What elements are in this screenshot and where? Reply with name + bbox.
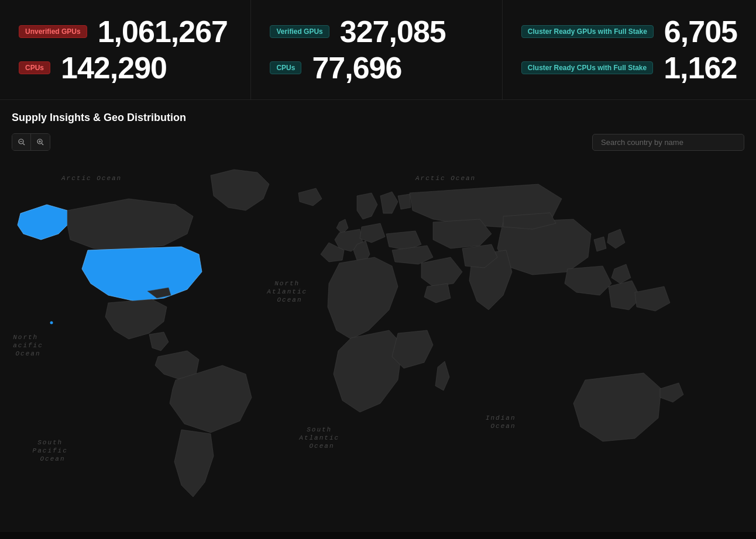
zoom-in-button[interactable] (31, 134, 50, 150)
cpu-row: CPUs 142,290 (19, 53, 232, 83)
country-search-input[interactable] (592, 134, 744, 151)
cluster-stats-card: Cluster Ready GPUs with Full Stake 6,705… (503, 0, 756, 99)
svg-line-6 (42, 144, 44, 146)
zoom-controls (12, 133, 50, 151)
world-map[interactable]: Arctic Ocean Arctic Ocean North Pacific … (12, 158, 744, 532)
hawaii-dot (50, 322, 53, 324)
zoom-in-icon (37, 139, 44, 146)
map-svg: Arctic Ocean Arctic Ocean North Pacific … (12, 158, 744, 532)
cluster-cpu-row: Cluster Ready CPUs with Full Stake 1,162 (521, 53, 737, 83)
cluster-cpus-value: 1,162 (664, 53, 737, 83)
unverified-gpus-value: 1,061,267 (98, 16, 228, 47)
map-title: Supply Insights & Geo Distribution (12, 112, 744, 124)
verified-cpu-row: CPUs 77,696 (270, 53, 483, 83)
cpus-value-1: 142,290 (61, 53, 167, 83)
zoom-out-button[interactable] (12, 134, 31, 150)
verified-gpu-row: Verified GPUs 327,085 (270, 16, 483, 47)
gpu-row: Unverified GPUs 1,061,267 (19, 16, 232, 47)
cpus-value-2: 77,696 (312, 53, 401, 83)
arctic-ocean-label-1: Arctic Ocean (61, 175, 122, 182)
cluster-cpus-badge: Cluster Ready CPUs with Full Stake (521, 61, 653, 74)
cluster-gpu-row: Cluster Ready GPUs with Full Stake 6,705 (521, 16, 737, 47)
verified-gpus-value: 327,085 (340, 16, 446, 47)
arctic-ocean-label-2: Arctic Ocean (415, 175, 476, 182)
cpus-badge-1: CPUs (19, 61, 50, 74)
cluster-gpus-value: 6,705 (664, 16, 737, 47)
svg-line-2 (23, 144, 25, 146)
unverified-stats-card: Unverified GPUs 1,061,267 CPUs 142,290 (0, 0, 250, 99)
verified-gpus-badge: Verified GPUs (270, 25, 329, 38)
verified-stats-card: Verified GPUs 327,085 CPUs 77,696 (251, 0, 501, 99)
zoom-out-icon (18, 139, 25, 146)
cluster-gpus-badge: Cluster Ready GPUs with Full Stake (521, 25, 654, 38)
map-section: Supply Insights & Geo Distribution (0, 100, 756, 532)
unverified-gpus-badge: Unverified GPUs (19, 25, 87, 38)
stats-grid: Unverified GPUs 1,061,267 CPUs 142,290 V… (0, 0, 756, 100)
map-controls (12, 133, 744, 151)
cpus-badge-2: CPUs (270, 61, 301, 74)
